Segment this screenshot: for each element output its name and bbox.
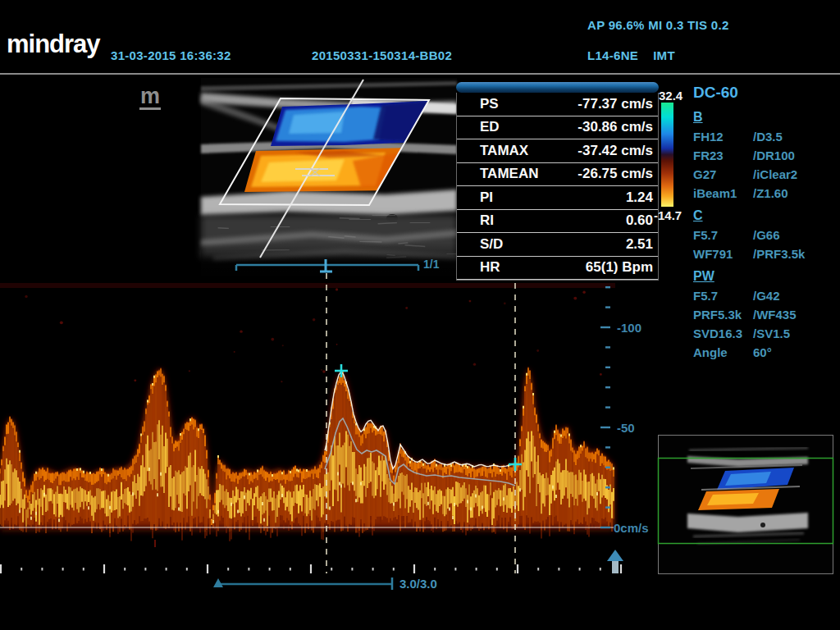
parameter-row: G27/iClear2 bbox=[693, 167, 837, 181]
measurement-label: TAMAX bbox=[480, 143, 528, 159]
measurement-rows: PS-77.37 cm/sED-30.86 cm/sTAMAX-37.42 cm… bbox=[456, 93, 659, 281]
measurement-value: 0.60 bbox=[626, 212, 653, 229]
orientation-mark: m bbox=[139, 85, 161, 110]
parameter-row: F5.7/G66 bbox=[693, 228, 837, 242]
parameter-name: FR23 bbox=[693, 148, 753, 162]
measurement-row: TAMAX-37.42 cm/s bbox=[457, 139, 658, 163]
measurement-panel-header bbox=[456, 82, 659, 93]
page-indicator: 1/1 bbox=[423, 258, 439, 271]
axis-label-0: 0cm/s bbox=[614, 521, 649, 535]
parameter-value: /iClear2 bbox=[753, 167, 797, 181]
imaging-parameters-sidebar: DC-60BFH12/D3.5FR23/DR100G27/iClear2iBea… bbox=[693, 84, 837, 364]
parameter-name: SVD16.3 bbox=[693, 326, 753, 340]
mode-section-title: B bbox=[693, 110, 837, 125]
measurement-label: S/D bbox=[480, 236, 503, 253]
measurement-label: ED bbox=[480, 119, 500, 135]
parameter-value: /G42 bbox=[753, 289, 780, 303]
parameter-value: /DR100 bbox=[753, 148, 795, 162]
measurement-label: HR bbox=[480, 259, 500, 276]
system-model: DC-60 bbox=[693, 84, 837, 102]
parameter-value: /WF435 bbox=[753, 308, 797, 322]
parameter-row: FR23/DR100 bbox=[693, 148, 837, 162]
thumbnail-image[interactable] bbox=[659, 436, 833, 574]
measurement-label: PI bbox=[480, 189, 493, 206]
mode-section-title: PW bbox=[693, 269, 837, 284]
measurement-label: TAMEAN bbox=[480, 166, 538, 182]
measurement-row: RI0.60 bbox=[457, 210, 658, 234]
parameter-value: /G66 bbox=[753, 228, 780, 242]
parameter-value: /D3.5 bbox=[753, 130, 783, 144]
time-ruler bbox=[1, 564, 621, 573]
parameter-value: /PRF3.5k bbox=[753, 247, 805, 261]
parameter-value: /Z1.60 bbox=[753, 186, 788, 200]
measurement-value: 2.51 bbox=[626, 236, 653, 253]
parameter-row: F5.7/G42 bbox=[693, 289, 837, 303]
measurement-panel: PS-77.37 cm/sED-30.86 cm/sTAMAX-37.42 cm… bbox=[456, 82, 659, 281]
screen: mindray 31-03-2015 16:36:32 20150331-150… bbox=[0, 0, 840, 630]
measurement-row: ED-30.86 cm/s bbox=[457, 116, 658, 140]
measurement-label: PS bbox=[480, 96, 499, 112]
parameter-name: PRF5.3k bbox=[693, 308, 753, 322]
measurement-value: 65(1) Bpm bbox=[586, 259, 653, 276]
parameter-name: Angle bbox=[693, 345, 753, 359]
color-scale-max: 32.4 bbox=[659, 89, 682, 103]
parameter-row: SVD16.3/SV1.5 bbox=[693, 326, 837, 340]
measurement-row: TAMEAN-26.75 cm/s bbox=[457, 163, 658, 187]
axis-label-100: -100 bbox=[617, 321, 641, 335]
sweep-length-label: 3.0/3.0 bbox=[399, 577, 437, 591]
color-scale-min: -14.7 bbox=[654, 208, 682, 222]
measurement-value: -77.37 cm/s bbox=[578, 96, 653, 112]
parameter-name: FH12 bbox=[693, 130, 753, 144]
measurement-row: S/D2.51 bbox=[457, 233, 658, 257]
measurement-row: PI1.24 bbox=[457, 186, 658, 210]
measurement-value: -30.86 cm/s bbox=[578, 119, 653, 135]
parameter-row: Angle60° bbox=[693, 345, 837, 359]
parameter-row: iBeam1/Z1.60 bbox=[693, 186, 837, 200]
parameter-name: F5.7 bbox=[693, 228, 753, 242]
parameter-row: FH12/D3.5 bbox=[693, 130, 837, 144]
color-scale-bar bbox=[661, 103, 673, 207]
parameter-row: PRF5.3k/WF435 bbox=[693, 308, 837, 322]
axis-label-50: -50 bbox=[617, 421, 635, 435]
sweep-measure-line bbox=[213, 578, 392, 590]
measurement-row: HR65(1) Bpm bbox=[457, 257, 658, 281]
measurement-value: 1.24 bbox=[626, 189, 653, 206]
parameter-value: /SV1.5 bbox=[753, 326, 790, 340]
mode-section-title: C bbox=[693, 208, 837, 223]
spectral-waveform bbox=[0, 283, 615, 547]
parameter-name: G27 bbox=[693, 167, 753, 181]
measurement-value: -37.42 cm/s bbox=[578, 143, 653, 159]
measurement-value: -26.75 cm/s bbox=[578, 166, 653, 182]
parameter-name: iBeam1 bbox=[693, 186, 753, 200]
parameter-name: WF791 bbox=[693, 247, 753, 261]
parameter-value: 60° bbox=[753, 345, 772, 359]
measurement-label: RI bbox=[480, 212, 494, 229]
parameter-row: WF791/PRF3.5k bbox=[693, 247, 837, 261]
measurement-row: PS-77.37 cm/s bbox=[457, 93, 658, 116]
parameter-name: F5.7 bbox=[693, 289, 753, 303]
